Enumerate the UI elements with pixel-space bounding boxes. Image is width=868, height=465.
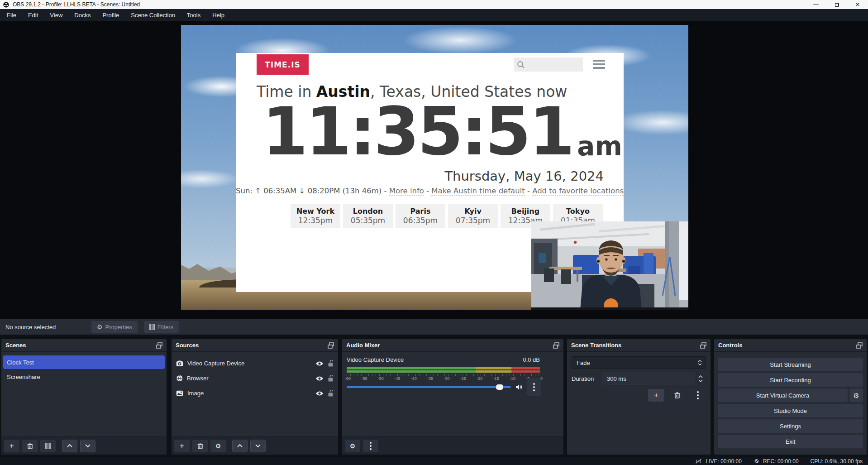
menu-edit[interactable]: Edit [22, 9, 44, 21]
tick-label: -45 [394, 376, 400, 381]
city-name: Kyiv [448, 207, 498, 216]
restore-button[interactable] [826, 0, 847, 9]
audio-mixer-dock-header[interactable]: Audio Mixer [342, 339, 563, 352]
tick-label: -50 [378, 376, 384, 381]
scenes-dock-header[interactable]: Scenes [1, 339, 167, 352]
rec-status: REC: 00:00:00 [754, 458, 799, 465]
lock-icon[interactable] [328, 375, 334, 382]
titlebar[interactable]: OBS 29.1.2 - Profile: LLHLS BETA - Scene… [0, 0, 868, 9]
preview-video[interactable]: TIME.IS Time in Austin, Texas, United St… [181, 25, 688, 310]
close-button[interactable]: ✕ [847, 0, 868, 9]
add-transition-button[interactable]: + [648, 389, 664, 402]
popout-icon[interactable] [328, 342, 334, 349]
transition-select[interactable]: Fade [572, 356, 706, 369]
filters-button[interactable]: Filters [144, 321, 179, 333]
stream-inactive-icon [695, 458, 702, 464]
menu-file[interactable]: File [1, 9, 22, 21]
menu-docks[interactable]: Docks [68, 9, 96, 21]
settings-button[interactable]: Settings [718, 419, 863, 433]
source-properties-button[interactable]: ⚙ [210, 440, 226, 452]
move-scene-down-button[interactable] [80, 440, 95, 452]
lock-icon[interactable] [328, 390, 334, 397]
tick-label: -25 [460, 376, 466, 381]
scenes-dock: Scenes Clock Test Screenshare + [1, 339, 167, 455]
visibility-eye-icon[interactable] [315, 391, 324, 396]
popout-icon[interactable] [156, 342, 162, 349]
popout-icon[interactable] [700, 342, 706, 349]
move-source-up-button[interactable] [232, 440, 248, 452]
virtual-camera-config-button[interactable]: ⚙ [849, 388, 863, 402]
city-card-new-york: New York 12:35pm [291, 204, 340, 228]
start-virtual-camera-button[interactable]: Start Virtual Camera [718, 388, 848, 402]
move-source-down-button[interactable] [250, 440, 266, 452]
scene-item-clock-test[interactable]: Clock Test [3, 355, 165, 369]
remove-source-button[interactable] [192, 440, 208, 452]
transition-options-button[interactable] [690, 389, 706, 402]
duration-input[interactable]: 300 ms [601, 372, 695, 385]
clock-meridiem: am [577, 131, 622, 169]
clock-digits: 11:35:51 [262, 95, 572, 169]
menu-help[interactable]: Help [206, 9, 230, 21]
mixer-level-db: 0.0 dB [523, 356, 540, 363]
live-status: LIVE: 00:00:00 [695, 458, 741, 465]
filters-label: Filters [157, 324, 173, 331]
source-label: Browser [187, 375, 209, 382]
city-name: London [343, 207, 393, 216]
tick-label: -55 [361, 376, 367, 381]
source-item-image[interactable]: Image [172, 386, 338, 400]
cpu-status: CPU: 0.6%, 30.00 fps [811, 458, 863, 465]
transitions-dock-header[interactable]: Scene Transitions [567, 339, 711, 352]
menu-view[interactable]: View [44, 9, 68, 21]
source-selection-bar: No source selected ⚙ Properties Filters [0, 319, 868, 335]
menu-profile[interactable]: Profile [96, 9, 125, 21]
tick-label: -60 [345, 376, 351, 381]
lock-icon[interactable] [328, 360, 334, 367]
transition-select-arrows[interactable] [694, 357, 706, 369]
sources-dock-header[interactable]: Sources [172, 339, 338, 352]
popout-icon[interactable] [856, 342, 863, 349]
meter-scale-labels: -60 -55 -50 -45 -40 -35 -30 -25 -20 -15 … [345, 376, 543, 381]
exit-button[interactable]: Exit [718, 435, 863, 448]
record-inactive-icon [754, 458, 760, 464]
duration-spinner[interactable] [695, 375, 706, 382]
start-recording-button[interactable]: Start Recording [718, 373, 863, 387]
controls-dock: Controls Start Streaming Start Recording… [714, 339, 867, 455]
menu-tools[interactable]: Tools [181, 9, 206, 21]
source-item-browser[interactable]: Browser [172, 371, 338, 385]
volume-meter-left [347, 367, 540, 369]
mixer-options-button[interactable] [527, 378, 541, 396]
timeis-clock: 11:35:51 am [262, 95, 622, 169]
advanced-audio-button[interactable]: ⚙ [345, 440, 360, 452]
tick-label: -35 [427, 376, 433, 381]
popout-icon[interactable] [553, 342, 559, 349]
webcam-video-source[interactable] [531, 221, 688, 310]
scene-item-screenshare[interactable]: Screenshare [3, 370, 165, 384]
visibility-eye-icon[interactable] [315, 376, 324, 381]
properties-button[interactable]: ⚙ Properties [91, 321, 138, 333]
add-source-button[interactable]: + [174, 440, 190, 452]
remove-transition-button[interactable] [669, 389, 685, 402]
remove-scene-button[interactable] [22, 440, 38, 452]
sources-dock: Sources Video Capture Device [172, 339, 338, 455]
menu-bar: File Edit View Docks Profile Scene Colle… [0, 9, 868, 21]
sun-times: Sun: ↑ 06:35AM ↓ 08:20PM (13h 46m) [236, 187, 382, 195]
visibility-eye-icon[interactable] [315, 361, 324, 366]
separator: - [382, 187, 389, 195]
volume-slider-handle[interactable] [496, 384, 503, 390]
image-icon [176, 390, 183, 396]
speaker-icon[interactable] [515, 384, 523, 390]
scene-filters-button[interactable] [40, 440, 56, 452]
start-streaming-button[interactable]: Start Streaming [718, 358, 863, 371]
globe-icon [176, 375, 183, 382]
move-scene-up-button[interactable] [62, 440, 77, 452]
mixer-menu-button[interactable] [363, 440, 378, 452]
city-card-paris: Paris 06:35pm [396, 204, 445, 228]
add-scene-button[interactable]: + [4, 440, 19, 452]
filters-icon [149, 324, 155, 330]
controls-dock-header[interactable]: Controls [714, 339, 867, 352]
volume-slider[interactable] [347, 386, 511, 388]
menu-scene-collection[interactable]: Scene Collection [125, 9, 181, 21]
source-item-video-capture[interactable]: Video Capture Device [172, 356, 338, 370]
studio-mode-button[interactable]: Studio Mode [718, 404, 863, 417]
minimize-button[interactable]: — [806, 0, 826, 9]
